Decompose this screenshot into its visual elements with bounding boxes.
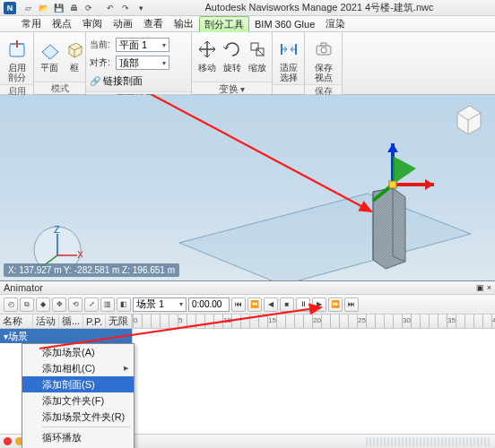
box-icon: [63, 38, 86, 61]
panel-label-transform: 变换 ▾: [192, 82, 272, 94]
context-menu-item[interactable]: 添加剖面(S): [22, 376, 134, 392]
move-button[interactable]: 移动: [195, 36, 219, 73]
qat-undo-icon[interactable]: ↶: [104, 2, 117, 14]
qat-refresh-icon[interactable]: ⟳: [82, 2, 95, 14]
tab-animation[interactable]: 动画: [108, 15, 138, 32]
context-menu-item[interactable]: 添加相机(C): [22, 360, 134, 376]
reverse-play-icon[interactable]: ◀: [264, 297, 278, 312]
move-icon: [195, 38, 219, 61]
step-forward-icon[interactable]: ⏩: [328, 297, 343, 312]
qat-print-icon[interactable]: 🖶: [67, 2, 80, 14]
context-menu-item[interactable]: 添加场景(A): [22, 344, 134, 360]
timeline-panel[interactable]: 0510152025303540: [133, 314, 495, 448]
quick-access-toolbar: ▱ 📂 💾 🖶 ⟳ ↶ ↷ ▾: [22, 2, 147, 14]
rotate-icon: [221, 38, 244, 61]
qat-new-icon[interactable]: ▱: [22, 2, 34, 14]
animator-scale-icon[interactable]: ⤢: [84, 297, 99, 312]
panel-close-icon[interactable]: ▣ ×: [476, 283, 491, 292]
svg-rect-7: [389, 181, 396, 188]
animator-key-icon[interactable]: ◆: [36, 297, 50, 312]
animator-title: Animator: [4, 282, 43, 293]
animator-header: Animator ▣ ×: [0, 281, 495, 295]
ribbon-tabs: 常用 视点 审阅 动画 查看 输出 剖分工具 BIM 360 Glue 渲染: [0, 16, 495, 32]
status-grip: [366, 437, 491, 446]
panel-label-mode: 模式: [34, 82, 85, 94]
scale-button[interactable]: 缩放: [246, 36, 269, 73]
current-plane-label: 当前:: [90, 39, 113, 51]
status-dot-red[interactable]: [4, 437, 12, 445]
stop-icon[interactable]: ■: [280, 297, 294, 312]
context-menu-item[interactable]: 循环播放: [22, 429, 134, 445]
animator-color-icon[interactable]: ▥: [100, 297, 115, 312]
step-back-icon[interactable]: ⏪: [248, 297, 262, 312]
tab-output[interactable]: 输出: [169, 15, 199, 32]
mode-plane-button[interactable]: 平面: [38, 36, 61, 73]
align-field[interactable]: 对齐: 顶部▾: [90, 54, 169, 72]
animator-body: 名称 活动 循... P.P. 无限 ▾ 场景 0510152025303540…: [0, 314, 495, 448]
tab-viewpoint[interactable]: 视点: [47, 15, 77, 32]
svg-rect-5: [321, 43, 326, 46]
animator-rotate-icon[interactable]: ⟲: [68, 297, 82, 312]
qat-save-icon[interactable]: 💾: [52, 2, 65, 14]
svg-point-4: [321, 47, 326, 53]
rotate-button[interactable]: 旋转: [221, 36, 244, 73]
tab-review[interactable]: 审阅: [77, 15, 108, 32]
chevron-down-icon: ▾: [162, 59, 166, 67]
context-menu-item[interactable]: 添加文件夹(F): [22, 392, 134, 409]
tab-section-tools[interactable]: 剖分工具: [199, 16, 249, 32]
animator-capture-icon[interactable]: ◴: [4, 297, 18, 312]
tab-home[interactable]: 常用: [16, 15, 47, 32]
animator-toolbar: ◴ ⧉ ◆ ✥ ⟲ ⤢ ▥ ◧ 场景 1▾ 0:00.00 ⏮ ⏪ ◀ ■ ⏸ …: [0, 295, 495, 314]
forward-end-icon[interactable]: ⏭: [344, 297, 359, 312]
tab-bim360[interactable]: BIM 360 Glue: [249, 17, 320, 31]
context-menu: 添加场景(A)添加相机(C)添加剖面(S)添加文件夹(F)添加场景文件夹(R)循…: [22, 343, 135, 448]
rewind-icon[interactable]: ⏮: [231, 297, 246, 312]
timeline-ruler[interactable]: 0510152025303540: [133, 314, 495, 329]
fit-selection-icon: [277, 38, 300, 61]
enable-section-button[interactable]: 启用 剖分: [4, 36, 30, 82]
link-icon: 🔗: [90, 76, 100, 86]
camera-icon: [312, 38, 335, 61]
plane-icon: [38, 38, 61, 61]
titlebar: N ▱ 📂 💾 🖶 ⟳ ↶ ↷ ▾ Autodesk Navisworks Ma…: [0, 0, 495, 16]
time-input[interactable]: 0:00.00: [188, 297, 230, 312]
window-title: Autodesk Navisworks Manage 2021 4号楼-建筑.n…: [147, 1, 491, 14]
tab-view[interactable]: 查看: [138, 15, 169, 32]
app-icon: N: [4, 2, 16, 14]
animator-columns: 名称 活动 循... P.P. 无限: [0, 314, 132, 329]
animator-keyframe-icon[interactable]: ⧉: [20, 297, 34, 312]
tab-render[interactable]: 渲染: [320, 15, 351, 32]
coordinate-readout: X: 137.927 m Y: -282.581 m Z: 196.651 m: [4, 263, 179, 277]
enable-section-icon: [5, 38, 29, 61]
link-section-button[interactable]: 🔗 链接剖面: [90, 72, 143, 90]
play-icon[interactable]: ▶: [312, 297, 326, 312]
fit-selection-button[interactable]: 适应 选择: [276, 36, 300, 82]
qat-dropdown-icon[interactable]: ▾: [135, 2, 147, 14]
ribbon: 启用 剖分 启用 平面 框 模式 当前: 平面 1▾ 对齐: 顶: [0, 32, 495, 95]
mode-box-button[interactable]: 框: [63, 36, 86, 73]
svg-rect-1: [251, 43, 258, 50]
move-gizmo[interactable]: [357, 138, 438, 219]
qat-redo-icon[interactable]: ↷: [119, 2, 132, 14]
align-label: 对齐:: [90, 56, 113, 69]
viewcube[interactable]: [450, 100, 486, 136]
svg-text:Z: Z: [54, 225, 60, 235]
context-menu-item[interactable]: 添加场景文件夹(R): [22, 409, 134, 425]
3d-viewport[interactable]: Z X Y X: 137.927 m Y: -282.581 m Z: 196.…: [0, 95, 495, 281]
animator-transparency-icon[interactable]: ◧: [117, 297, 131, 312]
chevron-down-icon: ▾: [162, 41, 166, 49]
current-plane-field[interactable]: 当前: 平面 1▾: [90, 36, 169, 54]
scene-tree-row[interactable]: ▾ 场景: [0, 329, 132, 343]
pause-icon[interactable]: ⏸: [296, 297, 310, 312]
svg-text:X: X: [77, 249, 82, 260]
scale-icon: [246, 38, 269, 61]
animator-translate-icon[interactable]: ✥: [52, 297, 66, 312]
qat-open-icon[interactable]: 📂: [37, 2, 49, 14]
save-viewpoint-button[interactable]: 保存 视点: [308, 36, 338, 82]
scene-dropdown[interactable]: 场景 1▾: [133, 297, 187, 312]
